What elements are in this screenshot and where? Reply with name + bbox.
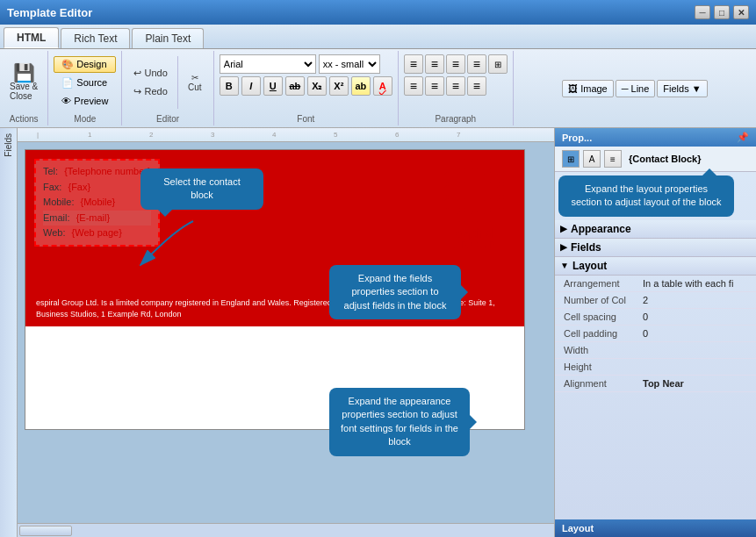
- props-icon-2[interactable]: A: [583, 150, 601, 168]
- props-contact-block-label: {Contact Block}: [629, 154, 702, 164]
- width-row[interactable]: Width: [555, 342, 756, 359]
- maximize-button[interactable]: □: [714, 5, 730, 19]
- table-button[interactable]: ⊞: [488, 54, 508, 74]
- source-mode-button[interactable]: 📄 Source: [54, 75, 116, 91]
- scissors-icon: ✂: [191, 73, 198, 82]
- select-contact-callout: Select the contact block: [140, 168, 263, 210]
- tab-html[interactable]: HTML: [4, 27, 59, 48]
- contact-line-mobile: Mobile: {Mobile}: [43, 195, 151, 211]
- preview-mode-button[interactable]: 👁 Preview: [54, 93, 116, 109]
- expand-fields-callout: Expand the fields properties section to …: [329, 265, 461, 319]
- paragraph-label: Paragraph: [435, 112, 476, 124]
- save-icon: 💾: [13, 64, 35, 82]
- expand-layout-callout: Expand the appearance properties section…: [329, 388, 470, 456]
- tab-richtext[interactable]: Rich Text: [61, 28, 130, 48]
- properties-panel: Prop... 📌 ⊞ A ≡ {Contact Block} Expand t…: [554, 128, 756, 537]
- strikethrough-button[interactable]: ab: [285, 76, 305, 96]
- image-icon: 🖼: [568, 83, 578, 94]
- actions-label: Actions: [10, 112, 39, 124]
- title-bar: Template Editor ─ □ ✕: [0, 0, 756, 25]
- props-footer: Layout: [555, 519, 756, 537]
- align-left-button[interactable]: ≡: [404, 76, 423, 96]
- paragraph-group: ≡ ≡ ≡ ≡ ⊞ ≡ ≡ ≡ ≡ Paragraph: [399, 51, 514, 125]
- superscript-button[interactable]: X²: [329, 76, 349, 96]
- content-area: Fields | 1 2 3 4 5 6 7 Tel:: [0, 128, 756, 537]
- cut-button[interactable]: ✂ Cut: [182, 70, 208, 95]
- actions-group: 💾 Save &Close Actions: [0, 51, 48, 125]
- logo-sub: GROUP: [443, 240, 507, 250]
- align-center-button[interactable]: ≡: [425, 76, 444, 96]
- line-icon: ─: [622, 83, 629, 94]
- tab-plaintext[interactable]: Plain Text: [132, 28, 204, 48]
- editor-scroll[interactable]: Tel: {Telephone number} Fax: {Fax} Mobil…: [18, 142, 554, 523]
- editor-section: | 1 2 3 4 5 6 7 Tel: {Telephone number}: [18, 128, 554, 537]
- outdent-button[interactable]: ≡: [446, 54, 465, 74]
- height-row[interactable]: Height: [555, 359, 756, 376]
- cell-spacing-row[interactable]: Cell spacing 0: [555, 309, 756, 326]
- undo-button[interactable]: ↩ Undo: [127, 65, 173, 82]
- font-label: Font: [297, 112, 314, 124]
- arrangement-row: Arrangement In a table with each fi: [555, 276, 756, 292]
- fields-arrow: ▶: [560, 242, 567, 252]
- tab-bar: HTML Rich Text Plain Text: [0, 25, 756, 49]
- h-scrollbar-thumb[interactable]: [19, 526, 72, 536]
- bold-button[interactable]: B: [220, 76, 239, 96]
- editor-group: ↩ Undo ↪ Redo ✂ Cut Editor: [122, 51, 213, 125]
- fields-section-label: Fields: [571, 241, 601, 254]
- appearance-arrow: ▶: [560, 224, 567, 233]
- redo-button[interactable]: ↪ Redo: [127, 83, 173, 100]
- insert-group: 🖼 Image ─ Line Fields ▼: [514, 51, 756, 125]
- mode-label: Mode: [74, 112, 96, 124]
- layout-section-header[interactable]: ▼ Layout: [555, 257, 756, 276]
- editor-label: Editor: [156, 112, 179, 124]
- font-size-select[interactable]: xx - small x-small small medium: [319, 54, 380, 74]
- ordered-list-button[interactable]: ≡: [404, 54, 423, 74]
- font-group: Arial xx - small x-small small medium B …: [214, 51, 399, 125]
- font-color-button[interactable]: A: [373, 76, 392, 96]
- unordered-list-button[interactable]: ≡: [425, 54, 444, 74]
- align-justify-button[interactable]: ≡: [467, 76, 486, 96]
- layout-arrow: ▼: [560, 261, 569, 270]
- logo-area: espiral GROUP: [443, 159, 507, 250]
- align-right-button[interactable]: ≡: [446, 76, 465, 96]
- props-title-row: ⊞ A ≡ {Contact Block}: [555, 147, 756, 172]
- design-mode-button[interactable]: 🎨 Design: [54, 56, 116, 73]
- line-button[interactable]: ─ Line: [616, 80, 656, 97]
- expand-appearance-callout: Expand the layout properties section to …: [558, 175, 734, 217]
- underline-button[interactable]: U: [263, 76, 283, 96]
- close-button[interactable]: ✕: [733, 5, 749, 19]
- window-controls: ─ □ ✕: [695, 5, 749, 19]
- save-close-label: Save &Close: [10, 82, 38, 101]
- save-close-button[interactable]: 💾 Save &Close: [5, 61, 42, 104]
- fields-section-header[interactable]: ▶ Fields: [555, 239, 756, 257]
- italic-button[interactable]: I: [241, 76, 261, 96]
- fields-button[interactable]: Fields ▼: [657, 80, 707, 97]
- contact-line-web: Web: {Web page}: [43, 226, 151, 241]
- fields-sidebar: Fields: [0, 128, 18, 537]
- highlight-button[interactable]: ab: [351, 76, 371, 96]
- layout-section-label: Layout: [572, 260, 607, 272]
- app-title: Template Editor: [7, 6, 92, 19]
- minimize-button[interactable]: ─: [695, 5, 710, 19]
- indent-button[interactable]: ≡: [467, 54, 486, 74]
- horizontal-scrollbar[interactable]: [18, 523, 554, 537]
- fields-sidebar-label[interactable]: Fields: [4, 128, 13, 162]
- alignment-row[interactable]: Alignment Top Near: [555, 376, 756, 392]
- cell-padding-row[interactable]: Cell padding 0: [555, 326, 756, 342]
- appearance-label: Appearance: [571, 223, 631, 235]
- ribbon: 💾 Save &Close Actions 🎨 Design 📄 Source …: [0, 49, 756, 128]
- props-icon-3[interactable]: ≡: [604, 150, 622, 168]
- contact-line-tel: Tel: {Telephone number}: [43, 164, 151, 180]
- font-family-select[interactable]: Arial: [220, 54, 316, 74]
- logo-dots: [443, 159, 507, 222]
- contact-line-email: Email: {E-mail}: [43, 211, 151, 226]
- appearance-section-header[interactable]: ▶ Appearance: [555, 220, 756, 239]
- ruler: | 1 2 3 4 5 6 7: [18, 128, 554, 142]
- contact-line-fax: Fax: {Fax}: [43, 180, 151, 196]
- num-col-row[interactable]: Number of Col 2: [555, 292, 756, 309]
- props-header: Prop... 📌: [555, 128, 756, 147]
- image-button[interactable]: 🖼 Image: [562, 80, 614, 97]
- logo-text: espiral: [443, 226, 507, 240]
- subscript-button[interactable]: X₂: [307, 76, 327, 96]
- props-icon-1[interactable]: ⊞: [562, 150, 580, 168]
